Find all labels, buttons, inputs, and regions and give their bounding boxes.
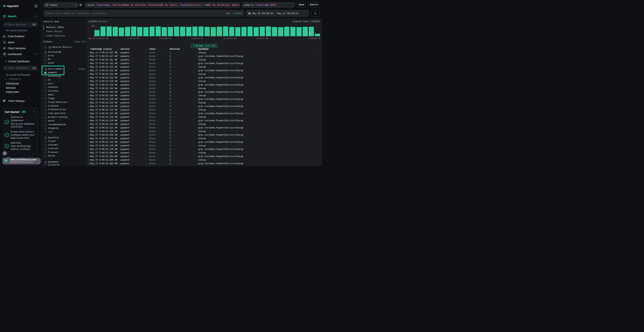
svg-text:9:00:00 AM: 9:00:00 AM — [308, 38, 320, 40]
svg-text:1:00:00 PM: 1:00:00 PM — [127, 38, 139, 40]
svg-text:May 26 9:00:00 AM: May 26 9:00:00 AM — [88, 38, 108, 40]
svg-text:4:30:00 PM: 4:30:00 PM — [160, 38, 171, 40]
svg-text:8:00:00 PM: 8:00:00 PM — [191, 38, 203, 40]
svg-text:0: 0 — [94, 35, 95, 38]
svg-text:11:30:00 PM: 11:30:00 PM — [224, 38, 236, 40]
svg-text:3:00:00 AM: 3:00:00 AM — [256, 38, 268, 40]
svg-text:28K: 28K — [91, 25, 95, 27]
